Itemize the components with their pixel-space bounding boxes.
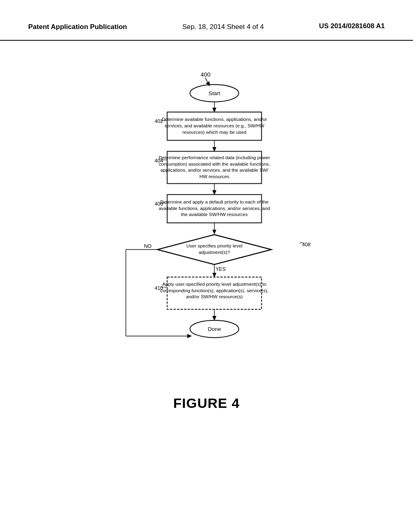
box-404-text2: consumption) associated with the availab… [159,161,270,166]
no-label: NO [144,243,152,249]
box-402-text3: resources) which may be used [182,129,246,134]
figure-caption: FIGURE 4 [173,395,240,411]
box-406-text1: Determine and apply a default priority t… [160,199,268,204]
ref-arrow-400 [205,78,209,85]
diamond-408-text1: User specifies priority level [186,243,242,248]
diagram-area: 400 Start 402 Determine available functi… [0,41,413,427]
box-404-text3: applications, and/or services, and the a… [161,167,269,172]
ref-400: 400 [200,71,210,78]
page: Patent Application Publication Sep. 18, … [0,0,413,532]
flowchart-svg: 400 Start 402 Determine available functi… [75,65,338,379]
start-label: Start [209,90,220,96]
box-402-text1: Determine available functions, applicati… [162,116,267,122]
box-410-text3: and/or SW/HW resource(s) [186,294,242,299]
box-406-text2: available functions, applications, and/o… [159,206,270,211]
box-410-text2: corresponding function(s), application(s… [160,287,268,293]
diamond-408-text2: adjustment(s)? [199,249,230,255]
publication-number: US 2014/0281608 A1 [319,22,385,30]
box-404-text1: Determine performance related data (incl… [159,155,270,160]
box-406-text3: the available SW/HW resources [181,212,248,217]
publication-title: Patent Application Publication [28,22,127,32]
label-408: 408 [302,242,311,247]
publication-date-sheet: Sep. 18, 2014 Sheet 4 of 4 [182,22,264,32]
yes-label: YES [215,266,225,272]
box-410-text1: Apply user-specified priority level adju… [163,281,267,287]
box-404-text4: HW resources [199,174,229,179]
done-label: Done [208,326,221,332]
box-402-text2: services, and available resources (e.g.,… [165,123,264,128]
page-header: Patent Application Publication Sep. 18, … [0,0,413,41]
